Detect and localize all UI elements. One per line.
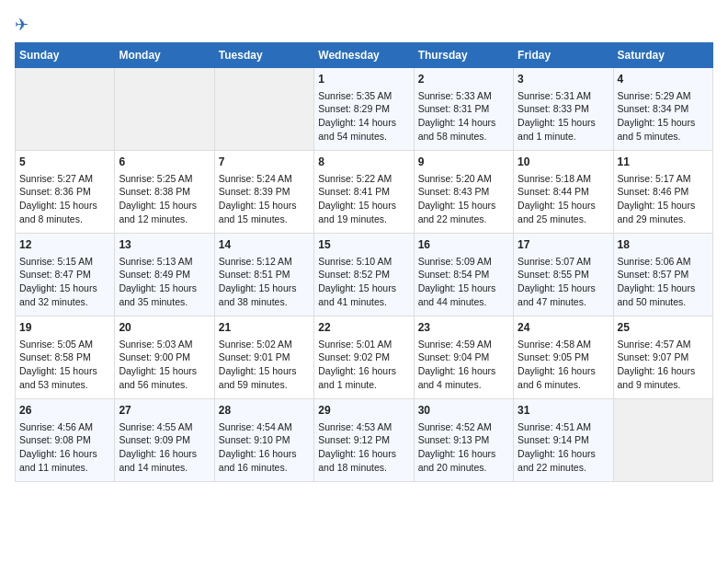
day-info-line: Daylight: 16 hours <box>518 364 609 378</box>
day-info-line: and 15 minutes. <box>219 213 310 226</box>
day-cell-22: 22Sunrise: 5:01 AMSunset: 9:02 PMDayligh… <box>314 316 414 399</box>
day-info-line: Sunrise: 5:24 AM <box>219 172 310 186</box>
day-info-line: and 25 minutes. <box>518 213 609 226</box>
day-info-line: and 4 minutes. <box>418 378 509 392</box>
day-info-line: Daylight: 16 hours <box>318 364 409 378</box>
day-info-line: and 8 minutes. <box>19 213 110 226</box>
day-info-line: Daylight: 15 hours <box>219 199 310 213</box>
day-info-line: Daylight: 15 hours <box>418 199 509 213</box>
day-info-line: and 38 minutes. <box>219 295 310 309</box>
day-info-line: Sunrise: 5:20 AM <box>418 172 509 186</box>
day-info-line: and 22 minutes. <box>518 461 609 475</box>
day-info-line: Sunset: 8:43 PM <box>418 185 509 199</box>
day-info-line: Sunrise: 5:35 AM <box>318 89 409 103</box>
day-number: 23 <box>418 320 509 336</box>
day-cell-empty <box>214 68 313 151</box>
day-number: 29 <box>318 403 409 419</box>
day-info-line: Sunrise: 4:59 AM <box>418 338 509 351</box>
day-info-line: Daylight: 15 hours <box>19 364 110 378</box>
header-cell-saturday: Saturday <box>613 43 712 68</box>
day-info-line: and 32 minutes. <box>19 295 110 309</box>
day-cell-25: 25Sunrise: 4:57 AMSunset: 9:07 PMDayligh… <box>613 316 712 399</box>
day-cell-empty <box>16 68 115 151</box>
day-cell-26: 26Sunrise: 4:56 AMSunset: 9:08 PMDayligh… <box>16 399 115 482</box>
day-info-line: and 20 minutes. <box>418 461 509 475</box>
day-info-line: Sunset: 8:49 PM <box>119 268 210 282</box>
day-info-line: Daylight: 15 hours <box>19 282 110 295</box>
day-info-line: Daylight: 15 hours <box>318 199 409 213</box>
day-info-line: Sunset: 9:02 PM <box>318 350 409 364</box>
day-info-line: Daylight: 15 hours <box>318 282 409 295</box>
day-cell-15: 15Sunrise: 5:10 AMSunset: 8:52 PMDayligh… <box>314 234 414 316</box>
day-cell-2: 2Sunrise: 5:33 AMSunset: 8:31 PMDaylight… <box>414 68 513 151</box>
day-info-line: Sunrise: 4:57 AM <box>618 338 709 351</box>
day-number: 13 <box>119 237 210 253</box>
day-info-line: and 14 minutes. <box>119 461 210 475</box>
day-info-line: Daylight: 16 hours <box>518 447 609 461</box>
day-info-line: Sunset: 8:34 PM <box>618 102 709 116</box>
day-info-line: and 19 minutes. <box>318 213 409 226</box>
day-info-line: Sunrise: 5:22 AM <box>318 172 409 186</box>
day-info-line: Daylight: 16 hours <box>618 364 709 378</box>
day-cell-30: 30Sunrise: 4:52 AMSunset: 9:13 PMDayligh… <box>414 399 513 482</box>
day-info-line: and 6 minutes. <box>518 378 609 392</box>
day-info-line: Sunset: 8:36 PM <box>19 185 110 199</box>
day-info-line: Sunrise: 5:18 AM <box>518 172 609 186</box>
day-number: 28 <box>219 403 310 419</box>
calendar-table: SundayMondayTuesdayWednesdayThursdayFrid… <box>15 42 713 482</box>
day-cell-24: 24Sunrise: 4:58 AMSunset: 9:05 PMDayligh… <box>514 316 613 399</box>
week-row-5: 26Sunrise: 4:56 AMSunset: 9:08 PMDayligh… <box>16 399 713 482</box>
day-cell-29: 29Sunrise: 4:53 AMSunset: 9:12 PMDayligh… <box>314 399 414 482</box>
day-info-line: Sunset: 8:47 PM <box>19 268 110 282</box>
day-info-line: Sunrise: 5:09 AM <box>418 255 509 269</box>
header-row: SundayMondayTuesdayWednesdayThursdayFrid… <box>16 43 713 68</box>
day-cell-6: 6Sunrise: 5:25 AMSunset: 8:38 PMDaylight… <box>115 151 214 234</box>
day-info-line: Sunrise: 5:06 AM <box>618 255 709 269</box>
day-info-line: Sunrise: 5:12 AM <box>219 255 310 269</box>
day-info-line: and 1 minute. <box>318 378 409 392</box>
day-number: 2 <box>418 72 509 87</box>
day-cell-31: 31Sunrise: 4:51 AMSunset: 9:14 PMDayligh… <box>514 399 613 482</box>
week-row-1: 1Sunrise: 5:35 AMSunset: 8:29 PMDaylight… <box>16 68 713 151</box>
day-info-line: Sunrise: 4:53 AM <box>318 420 409 434</box>
day-number: 24 <box>518 320 609 336</box>
day-info-line: Sunset: 8:38 PM <box>119 185 210 199</box>
day-info-line: Sunset: 8:46 PM <box>618 185 709 199</box>
day-info-line: Sunset: 8:39 PM <box>219 185 310 199</box>
day-info-line: Sunset: 8:44 PM <box>518 185 609 199</box>
header-cell-monday: Monday <box>115 43 214 68</box>
day-info-line: Sunrise: 4:58 AM <box>518 338 609 351</box>
day-number: 9 <box>418 155 509 170</box>
day-info-line: and 54 minutes. <box>318 130 409 144</box>
day-info-line: Daylight: 15 hours <box>618 282 709 295</box>
logo-text: ✈ <box>15 15 28 35</box>
day-info-line: Sunrise: 5:29 AM <box>618 89 709 103</box>
day-info-line: Sunset: 8:51 PM <box>219 268 310 282</box>
day-info-line: Daylight: 16 hours <box>19 447 110 461</box>
header-cell-tuesday: Tuesday <box>214 43 313 68</box>
page-header: ✈ <box>15 15 713 35</box>
day-number: 20 <box>119 320 210 336</box>
day-info-line: Sunrise: 5:25 AM <box>119 172 210 186</box>
day-info-line: Sunset: 9:14 PM <box>518 433 609 447</box>
day-info-line: Daylight: 15 hours <box>219 364 310 378</box>
day-number: 10 <box>518 155 609 170</box>
day-number: 17 <box>518 237 609 253</box>
day-info-line: Sunrise: 5:02 AM <box>219 338 310 351</box>
day-info-line: Daylight: 15 hours <box>518 282 609 295</box>
day-info-line: Sunrise: 5:31 AM <box>518 89 609 103</box>
day-info-line: Sunrise: 4:51 AM <box>518 420 609 434</box>
day-cell-empty <box>115 68 214 151</box>
day-info-line: Sunset: 9:07 PM <box>618 350 709 364</box>
day-info-line: Sunset: 9:08 PM <box>19 433 110 447</box>
day-info-line: Daylight: 15 hours <box>418 282 509 295</box>
header-cell-wednesday: Wednesday <box>314 43 414 68</box>
day-number: 26 <box>19 403 110 419</box>
day-number: 14 <box>219 237 310 253</box>
day-cell-4: 4Sunrise: 5:29 AMSunset: 8:34 PMDaylight… <box>613 68 712 151</box>
week-row-3: 12Sunrise: 5:15 AMSunset: 8:47 PMDayligh… <box>16 234 713 316</box>
day-info-line: and 58 minutes. <box>418 130 509 144</box>
day-number: 22 <box>318 320 409 336</box>
day-info-line: Sunrise: 4:55 AM <box>119 420 210 434</box>
day-info-line: Sunrise: 5:05 AM <box>19 338 110 351</box>
